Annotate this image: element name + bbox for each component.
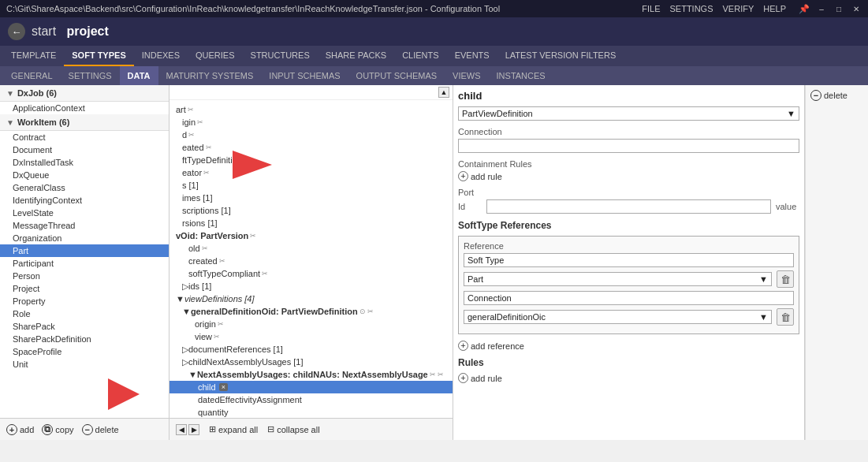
tree-item-nextasmnode[interactable]: ▼ NextAssemblyUsages: childNAUs: NextAss…: [170, 368, 453, 381]
sidebar-item-person[interactable]: Person: [0, 270, 169, 282]
nav-indexes[interactable]: INDEXES: [134, 46, 188, 66]
part-select[interactable]: Part ▼: [464, 272, 772, 286]
nav-structures[interactable]: STRUCTURES: [243, 46, 318, 66]
tree-item-eator[interactable]: eator ✂: [170, 166, 453, 179]
tree-item-old[interactable]: old ✂: [170, 242, 453, 255]
delete-button[interactable]: − delete: [82, 424, 119, 435]
minimize-button[interactable]: –: [816, 3, 827, 14]
subnav-input-schemas[interactable]: INPUT SCHEMAS: [261, 66, 348, 85]
menu-settings[interactable]: SETTINGS: [670, 4, 713, 13]
subnav-settings[interactable]: SETTINGS: [61, 66, 120, 85]
add-rule-button[interactable]: + add rule: [458, 171, 799, 181]
sidebar-item-spaceprofile[interactable]: SpaceProfile: [0, 345, 169, 358]
tree-item-igin[interactable]: igin ✂: [170, 116, 453, 129]
menu-verify[interactable]: VERIFY: [723, 4, 754, 13]
nav-latest-version-filters[interactable]: LATEST VERSION FILTERS: [497, 46, 624, 66]
tree-item-fttypedef[interactable]: ftTypeDefinition ✂: [170, 154, 453, 166]
scroll-right-button[interactable]: ▶: [188, 424, 199, 435]
tree-item-void[interactable]: vOid: PartVersion ✂: [170, 229, 453, 242]
expand-icon: ⊞: [209, 424, 216, 434]
scissors-icon-13: ✂: [214, 333, 220, 341]
menu-file[interactable]: FILE: [642, 4, 660, 13]
tree-item-rsions[interactable]: rsions [1]: [170, 217, 453, 229]
sidebar-item-role[interactable]: Role: [0, 307, 169, 320]
subnav-views[interactable]: VIEWS: [445, 66, 488, 85]
connection-input[interactable]: [458, 139, 799, 153]
generaldef-select[interactable]: generalDefinitionOic ▼: [464, 310, 772, 324]
nav-events[interactable]: EVENTS: [447, 46, 497, 66]
copy-button[interactable]: ⧉ copy: [42, 424, 73, 435]
sidebar-item-sharepack[interactable]: SharePack: [0, 320, 169, 333]
tree-arrow-docrefs: ▷: [182, 345, 188, 355]
id-input[interactable]: [486, 199, 771, 214]
add-rule2-button[interactable]: + add rule: [458, 373, 799, 383]
nav-queries[interactable]: QUERIES: [188, 46, 243, 66]
sidebar-item-contract[interactable]: Contract: [0, 131, 169, 143]
nav-template[interactable]: TEMPLATE: [3, 46, 64, 66]
back-button[interactable]: ←: [8, 23, 25, 40]
subnav-general[interactable]: GENERAL: [3, 66, 61, 85]
tree-item-softtypecompliant[interactable]: softTypeCompliant ✂: [170, 267, 453, 280]
tree-item-quantity[interactable]: quantity: [170, 406, 453, 418]
tree-item-s[interactable]: s [1]: [170, 179, 453, 192]
sidebar-group-dxjob[interactable]: ▼ DxJob (6): [0, 85, 169, 102]
nav-share-packs[interactable]: SHARE PACKS: [318, 46, 394, 66]
type-dropdown[interactable]: PartViewDefinition ▼: [458, 106, 799, 121]
sidebar-item-identifyingcontext[interactable]: IdentifyingContext: [0, 194, 169, 207]
sidebar-item-organization[interactable]: Organization: [0, 232, 169, 244]
sidebar-item-applicationcontext[interactable]: ApplicationContext: [0, 102, 169, 114]
subnav-maturity[interactable]: MATURITY SYSTEMS: [158, 66, 262, 85]
plus-ref-icon: +: [458, 341, 468, 351]
add-reference-button[interactable]: + add reference: [458, 341, 799, 351]
sidebar-group-workitem[interactable]: ▼ WorkItem (6): [0, 114, 169, 131]
close-button[interactable]: ✕: [851, 3, 862, 14]
sidebar-item-dxqueue[interactable]: DxQueue: [0, 169, 169, 181]
tree-item-ids[interactable]: ▷ ids [1]: [170, 280, 453, 292]
tree-item-docrefs[interactable]: ▷ documentReferences [1]: [170, 343, 453, 356]
tree-item-imes[interactable]: imes [1]: [170, 192, 453, 204]
tree-item-generaldef[interactable]: ▼ generalDefinitionOid: PartViewDefiniti…: [170, 305, 453, 318]
sidebar-item-sharepackdefinition[interactable]: SharePackDefinition: [0, 333, 169, 345]
tree-item-imes-label: imes [1]: [182, 193, 213, 203]
menu-help[interactable]: HELP: [763, 4, 786, 13]
tree-item-art[interactable]: art ✂: [170, 103, 453, 116]
add-button[interactable]: + add: [6, 424, 34, 435]
nav-clients[interactable]: CLIENTS: [394, 46, 446, 66]
tree-item-dated[interactable]: datedEffectivityAssignment: [170, 393, 453, 406]
softtype-select[interactable]: Soft Type: [464, 253, 794, 267]
tree-item-eated[interactable]: eated ✂: [170, 141, 453, 154]
subnav-instances[interactable]: INSTANCES: [489, 66, 553, 85]
tree-item-child[interactable]: child ×: [170, 381, 453, 393]
sidebar-item-dxinstalledtask[interactable]: DxInstalledTask: [0, 156, 169, 169]
tree-item-d[interactable]: d ✂: [170, 129, 453, 141]
subnav-output-schemas[interactable]: OUTPUT SCHEMAS: [348, 66, 445, 85]
sidebar-item-unit[interactable]: Unit: [0, 358, 169, 371]
sidebar-item-generalclass[interactable]: GeneralClass: [0, 181, 169, 194]
collapse-all-button[interactable]: ⊟ collapse all: [267, 424, 319, 434]
sidebar-item-participant[interactable]: Participant: [0, 257, 169, 270]
scroll-left-button[interactable]: ◀: [176, 424, 187, 435]
maximize-button[interactable]: □: [833, 3, 844, 14]
delete-ref-button[interactable]: 🗑: [777, 270, 794, 288]
tree-scroll-top: ▲: [170, 85, 453, 100]
scissors-icon-4: ✂: [206, 143, 212, 151]
nav-soft-types[interactable]: SOFT TYPES: [64, 46, 133, 66]
tree-item-created[interactable]: created ✂: [170, 255, 453, 267]
sidebar-item-property[interactable]: Property: [0, 295, 169, 307]
expand-all-button[interactable]: ⊞ expand all: [209, 424, 258, 434]
sidebar-item-part[interactable]: Part: [0, 244, 169, 257]
sidebar-item-messagethread[interactable]: MessageThread: [0, 219, 169, 232]
subnav-data[interactable]: DATA: [120, 66, 158, 85]
tree-item-view[interactable]: view ✂: [170, 330, 453, 343]
sidebar-item-levelstate[interactable]: LevelState: [0, 207, 169, 219]
sidebar-item-document[interactable]: Document: [0, 143, 169, 156]
sidebar-item-project[interactable]: Project: [0, 282, 169, 295]
right-delete-button[interactable]: − delete: [810, 90, 848, 101]
scroll-up-button[interactable]: ▲: [438, 87, 449, 98]
tree-item-origin[interactable]: origin ✂: [170, 318, 453, 330]
tree-item-viewdefs[interactable]: ▼ viewDefinitions [4]: [170, 292, 453, 305]
delete-generaldef-button[interactable]: 🗑: [777, 308, 794, 326]
tree-item-childnextasm[interactable]: ▷ childNextAssemblyUsages [1]: [170, 356, 453, 368]
connection-ref-select[interactable]: Connection: [464, 291, 794, 305]
tree-item-scriptions[interactable]: scriptions [1]: [170, 204, 453, 217]
